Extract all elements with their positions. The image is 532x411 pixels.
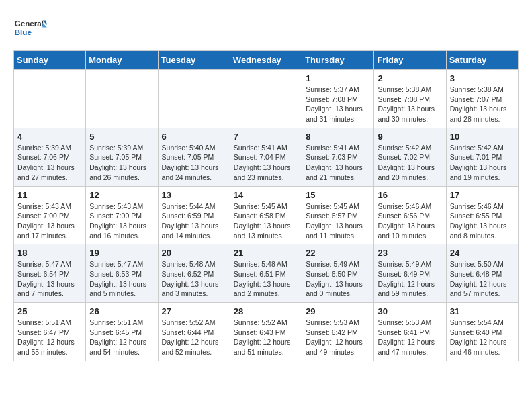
calendar-cell: 17Sunrise: 5:46 AMSunset: 6:55 PMDayligh…: [446, 186, 518, 244]
day-number: 19: [89, 248, 154, 258]
calendar-cell: 27Sunrise: 5:52 AMSunset: 6:44 PMDayligh…: [158, 303, 230, 361]
day-info: Sunrise: 5:45 AMSunset: 6:57 PMDaylight:…: [306, 201, 370, 241]
day-header-monday: Monday: [86, 51, 158, 70]
day-number: 28: [234, 306, 298, 316]
day-number: 31: [450, 306, 515, 316]
day-info: Sunrise: 5:54 AMSunset: 6:40 PMDaylight:…: [450, 318, 515, 357]
calendar-cell: 23Sunrise: 5:49 AMSunset: 6:49 PMDayligh…: [374, 244, 446, 303]
day-number: 24: [450, 248, 515, 258]
day-number: 16: [378, 190, 442, 200]
calendar-cell: 29Sunrise: 5:53 AMSunset: 6:42 PMDayligh…: [302, 303, 374, 361]
calendar-cell: 15Sunrise: 5:45 AMSunset: 6:57 PMDayligh…: [302, 186, 374, 244]
day-header-tuesday: Tuesday: [158, 51, 230, 70]
day-number: 6: [162, 132, 226, 142]
day-info: Sunrise: 5:44 AMSunset: 6:59 PMDaylight:…: [162, 201, 226, 241]
day-header-saturday: Saturday: [446, 51, 518, 70]
calendar-cell: 20Sunrise: 5:48 AMSunset: 6:52 PMDayligh…: [158, 244, 230, 303]
day-info: Sunrise: 5:46 AMSunset: 6:56 PMDaylight:…: [378, 201, 442, 241]
calendar-cell: 6Sunrise: 5:40 AMSunset: 7:05 PMDaylight…: [158, 128, 230, 186]
calendar-cell: 28Sunrise: 5:52 AMSunset: 6:43 PMDayligh…: [230, 303, 302, 361]
day-header-friday: Friday: [374, 51, 446, 70]
day-number: 18: [17, 248, 82, 258]
day-header-wednesday: Wednesday: [230, 51, 302, 70]
day-number: 26: [89, 306, 154, 316]
calendar-cell: 7Sunrise: 5:41 AMSunset: 7:04 PMDaylight…: [230, 128, 302, 186]
calendar-table: SundayMondayTuesdayWednesdayThursdayFrid…: [13, 50, 519, 361]
calendar-cell: 3Sunrise: 5:38 AMSunset: 7:07 PMDaylight…: [446, 70, 518, 128]
day-info: Sunrise: 5:50 AMSunset: 6:48 PMDaylight:…: [450, 259, 515, 299]
calendar-cell: 10Sunrise: 5:42 AMSunset: 7:01 PMDayligh…: [446, 128, 518, 186]
day-number: 1: [306, 73, 370, 83]
day-info: Sunrise: 5:39 AMSunset: 7:05 PMDaylight:…: [89, 143, 154, 183]
calendar-cell: [158, 70, 230, 128]
day-number: 5: [89, 132, 154, 142]
calendar-cell: 12Sunrise: 5:43 AMSunset: 7:00 PMDayligh…: [86, 186, 158, 244]
calendar-cell: 4Sunrise: 5:39 AMSunset: 7:06 PMDaylight…: [14, 128, 86, 186]
week-row-1: 1Sunrise: 5:37 AMSunset: 7:08 PMDaylight…: [14, 70, 519, 128]
svg-text:Blue: Blue: [15, 28, 32, 36]
day-info: Sunrise: 5:38 AMSunset: 7:08 PMDaylight:…: [378, 85, 442, 124]
day-number: 23: [378, 248, 442, 258]
day-header-thursday: Thursday: [302, 51, 374, 70]
day-number: 29: [306, 306, 370, 316]
day-info: Sunrise: 5:49 AMSunset: 6:49 PMDaylight:…: [378, 259, 442, 299]
calendar-cell: 5Sunrise: 5:39 AMSunset: 7:05 PMDaylight…: [86, 128, 158, 186]
svg-text:General: General: [15, 19, 44, 28]
day-number: 25: [17, 306, 82, 316]
day-info: Sunrise: 5:53 AMSunset: 6:41 PMDaylight:…: [378, 318, 442, 357]
day-info: Sunrise: 5:47 AMSunset: 6:54 PMDaylight:…: [17, 259, 82, 299]
day-info: Sunrise: 5:42 AMSunset: 7:01 PMDaylight:…: [450, 143, 515, 183]
day-info: Sunrise: 5:41 AMSunset: 7:04 PMDaylight:…: [234, 143, 298, 183]
day-info: Sunrise: 5:40 AMSunset: 7:05 PMDaylight:…: [162, 143, 226, 183]
day-number: 22: [306, 248, 370, 258]
week-row-4: 18Sunrise: 5:47 AMSunset: 6:54 PMDayligh…: [14, 244, 519, 303]
day-number: 30: [378, 306, 442, 316]
day-header-sunday: Sunday: [14, 51, 86, 70]
day-number: 12: [89, 190, 154, 200]
day-number: 11: [17, 190, 82, 200]
calendar-cell: 14Sunrise: 5:45 AMSunset: 6:58 PMDayligh…: [230, 186, 302, 244]
day-number: 15: [306, 190, 370, 200]
header: General Blue: [13, 13, 519, 44]
day-info: Sunrise: 5:42 AMSunset: 7:02 PMDaylight:…: [378, 143, 442, 183]
calendar-cell: 24Sunrise: 5:50 AMSunset: 6:48 PMDayligh…: [446, 244, 518, 303]
calendar-cell: 18Sunrise: 5:47 AMSunset: 6:54 PMDayligh…: [14, 244, 86, 303]
day-number: 20: [162, 248, 226, 258]
day-number: 14: [234, 190, 298, 200]
day-info: Sunrise: 5:52 AMSunset: 6:43 PMDaylight:…: [234, 318, 298, 357]
day-info: Sunrise: 5:46 AMSunset: 6:55 PMDaylight:…: [450, 201, 515, 241]
day-info: Sunrise: 5:51 AMSunset: 6:45 PMDaylight:…: [89, 318, 154, 357]
day-number: 3: [450, 73, 515, 83]
calendar-cell: 2Sunrise: 5:38 AMSunset: 7:08 PMDaylight…: [374, 70, 446, 128]
day-info: Sunrise: 5:45 AMSunset: 6:58 PMDaylight:…: [234, 201, 298, 241]
logo: General Blue: [13, 13, 47, 44]
week-row-5: 25Sunrise: 5:51 AMSunset: 6:47 PMDayligh…: [14, 303, 519, 361]
calendar-cell: [230, 70, 302, 128]
calendar-cell: [14, 70, 86, 128]
day-info: Sunrise: 5:39 AMSunset: 7:06 PMDaylight:…: [17, 143, 82, 183]
day-info: Sunrise: 5:49 AMSunset: 6:50 PMDaylight:…: [306, 259, 370, 299]
day-number: 17: [450, 190, 515, 200]
calendar-cell: 1Sunrise: 5:37 AMSunset: 7:08 PMDaylight…: [302, 70, 374, 128]
logo-svg: General Blue: [13, 13, 47, 44]
day-info: Sunrise: 5:41 AMSunset: 7:03 PMDaylight:…: [306, 143, 370, 183]
day-info: Sunrise: 5:43 AMSunset: 7:00 PMDaylight:…: [89, 201, 154, 241]
day-number: 8: [306, 132, 370, 142]
day-info: Sunrise: 5:38 AMSunset: 7:07 PMDaylight:…: [450, 85, 515, 124]
day-number: 9: [378, 132, 442, 142]
calendar-cell: [86, 70, 158, 128]
calendar-cell: 11Sunrise: 5:43 AMSunset: 7:00 PMDayligh…: [14, 186, 86, 244]
calendar-cell: 30Sunrise: 5:53 AMSunset: 6:41 PMDayligh…: [374, 303, 446, 361]
day-info: Sunrise: 5:53 AMSunset: 6:42 PMDaylight:…: [306, 318, 370, 357]
calendar-cell: 16Sunrise: 5:46 AMSunset: 6:56 PMDayligh…: [374, 186, 446, 244]
day-number: 21: [234, 248, 298, 258]
day-info: Sunrise: 5:51 AMSunset: 6:47 PMDaylight:…: [17, 318, 82, 357]
calendar-cell: 31Sunrise: 5:54 AMSunset: 6:40 PMDayligh…: [446, 303, 518, 361]
day-number: 2: [378, 73, 442, 83]
calendar-cell: 25Sunrise: 5:51 AMSunset: 6:47 PMDayligh…: [14, 303, 86, 361]
calendar-cell: 22Sunrise: 5:49 AMSunset: 6:50 PMDayligh…: [302, 244, 374, 303]
day-info: Sunrise: 5:52 AMSunset: 6:44 PMDaylight:…: [162, 318, 226, 357]
day-info: Sunrise: 5:48 AMSunset: 6:52 PMDaylight:…: [162, 259, 226, 299]
day-info: Sunrise: 5:47 AMSunset: 6:53 PMDaylight:…: [89, 259, 154, 299]
day-number: 7: [234, 132, 298, 142]
